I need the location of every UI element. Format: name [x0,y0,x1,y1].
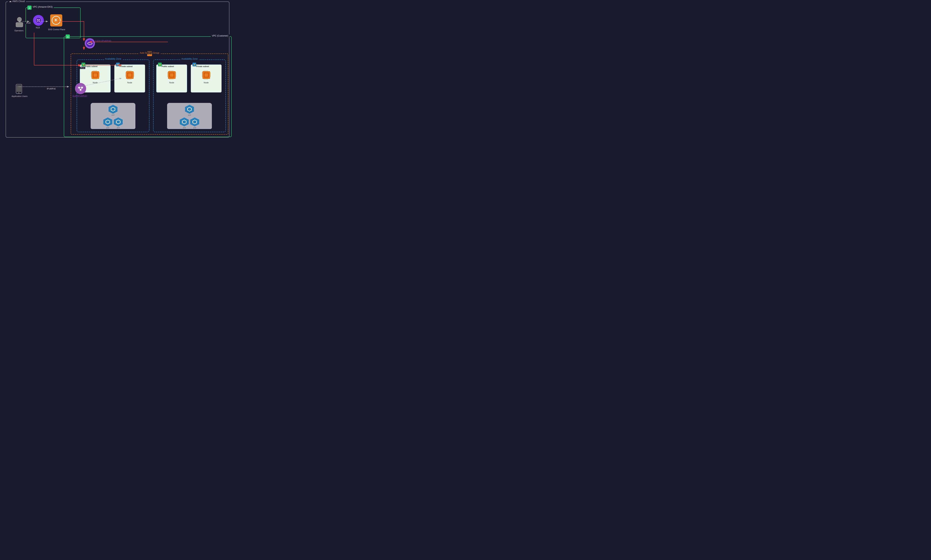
eks-cp-label: EKS Control Plane [47,28,66,31]
pod-row-bottom-az1: pod pod [103,117,123,129]
svg-text:K: K [55,18,58,22]
svg-rect-68 [170,73,173,77]
node-label-1: Node [93,82,97,84]
operators-figure [14,17,25,29]
svg-rect-12 [16,22,23,27]
node-label-3: Node [169,82,174,84]
eks-control-plane-icon: K [49,14,63,28]
node-label-4: Node [203,82,208,84]
az-label-2: Availability Zone [180,58,199,60]
pod-2-az1: pod [103,117,112,129]
cloud-icon: ☁ [9,0,12,3]
svg-point-11 [17,17,22,22]
svg-rect-43 [128,73,131,77]
public-subnet-lock-icon-1: 🔒 [82,63,85,66]
elb-icon [75,83,86,94]
vpc-customer-label: VPC (Customer) [211,34,230,37]
vpc-eks-label: VPC (Amazon EKS) [31,6,54,8]
pod-3-az2: pod [190,117,199,129]
node-chip-icon-1 [90,70,100,81]
svg-point-119 [18,92,19,93]
private-subnet-lock-icon-2: 🔒 [193,63,196,66]
private-subnet-2: 🔒 Private subnet [191,65,222,92]
svg-rect-2 [39,19,40,20]
node-chip-icon-3 [166,70,177,81]
pod-3-az1: pod [114,117,123,129]
app-users-figure [14,84,24,95]
ipv4-label-operators: IPv4 [26,22,31,24]
pod-group-az1: pod pod [91,103,136,129]
vpc-eks-box: ☁ VPC (Amazon EKS) NLB [26,8,80,38]
node-chip-icon-4 [201,70,211,81]
aws-cloud-label: ☁ AWS Cloud [8,0,26,3]
private-subnet-lock-icon-1: 🔒 [116,63,120,66]
public-subnet-lock-icon-2: 🔒 [158,63,162,66]
pod-row-bottom-az2: pod pod [180,117,199,129]
public-subnet-2: 🔒 Public subnet [156,65,187,92]
diagram-container: ☁ AWS Cloud ☁ VPC (Amazon EKS) [0,0,233,140]
pod-row-top-az1: pod [109,105,117,116]
availability-zone-2: Availability Zone 🔒 Public subnet [153,60,226,132]
asg-label: Auto Scaling Group [139,52,160,54]
svg-rect-118 [17,85,21,92]
svg-rect-1 [37,19,38,20]
app-users-label: Application Users [12,95,28,97]
pod-1-az1: pod [109,105,117,116]
elb-label: ELB (IPv4/IPv6) [71,95,89,97]
svg-point-110 [76,84,85,93]
node-label-2: Node [127,82,132,84]
vpc-customer-green-icon: ☁ [66,34,70,38]
az-label-1: Availability Zone [104,58,122,60]
ipv4-label-2: IPv4 [80,67,85,69]
nlb-icon [33,15,44,26]
operators-label: Operators [14,29,23,32]
ipv4ipv6-label: IPv4/IPv6 [46,88,56,90]
private-subnet-1: 🔒 Private subnet [114,65,145,92]
pod-2-az2: pod [180,117,189,129]
vpc-customer-box: ☁ VPC (Customer) ↕ Auto Scaling Group Av… [64,36,232,137]
pod-group-az2: pod pod [167,103,212,129]
pod-1-az2: pod [185,105,194,116]
nlb-label: NLB [36,26,40,29]
svg-rect-87 [204,73,208,77]
pod-row-top-az2: pod [185,105,194,116]
vpc-eks-green-icon: ☁ [28,6,31,10]
svg-rect-4 [39,21,40,22]
node-chip-icon-2 [125,70,135,81]
svg-rect-3 [37,21,38,22]
asg-box: ↕ Auto Scaling Group Availability Zone 🔒… [71,54,228,135]
aws-cloud-box: ☁ AWS Cloud ☁ VPC (Amazon EKS) [6,2,230,138]
svg-rect-24 [93,73,97,77]
